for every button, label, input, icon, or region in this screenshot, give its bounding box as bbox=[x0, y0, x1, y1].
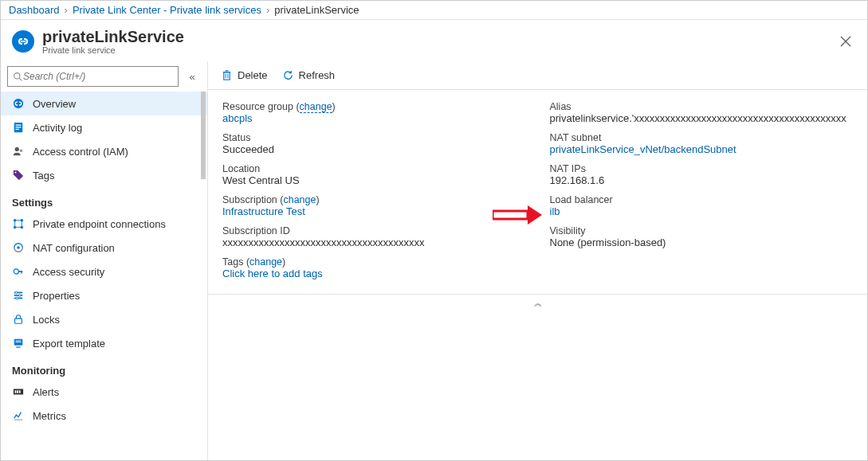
sidebar-item-overview[interactable]: Overview bbox=[1, 92, 207, 115]
sidebar-item-label: Access control (IAM) bbox=[33, 146, 128, 158]
breadcrumb: Dashboard › Private Link Center - Privat… bbox=[1, 1, 867, 20]
close-icon bbox=[840, 36, 851, 47]
properties-icon bbox=[12, 289, 25, 302]
sidebar-section-monitoring: Monitoring bbox=[1, 355, 207, 380]
resource-group-change-link[interactable]: change bbox=[300, 101, 332, 113]
svg-point-7 bbox=[15, 147, 19, 151]
sidebar-item-tags[interactable]: Tags bbox=[1, 163, 207, 187]
tags-change-link[interactable]: change bbox=[249, 256, 282, 268]
annotation-arrow-icon bbox=[493, 205, 542, 225]
breadcrumb-current: privateLinkService bbox=[274, 4, 359, 16]
svg-point-15 bbox=[14, 269, 18, 274]
refresh-button[interactable]: Refresh bbox=[282, 69, 336, 81]
metrics-icon bbox=[12, 409, 25, 422]
collapse-panel-button[interactable]: ︽ bbox=[208, 294, 867, 312]
svg-point-9 bbox=[14, 171, 16, 173]
lock-icon bbox=[12, 313, 25, 326]
svg-point-22 bbox=[18, 295, 21, 297]
security-icon bbox=[12, 265, 25, 278]
svg-rect-4 bbox=[16, 125, 22, 126]
status-label: Status bbox=[222, 132, 526, 143]
svg-rect-31 bbox=[17, 390, 18, 393]
svg-point-0 bbox=[14, 72, 20, 78]
sidebar-item-label: Properties bbox=[33, 290, 80, 302]
svg-rect-24 bbox=[15, 318, 22, 323]
sidebar-item-properties[interactable]: Properties bbox=[1, 283, 207, 307]
nat-ips-label: NAT IPs bbox=[550, 163, 854, 174]
sidebar-item-label: Tags bbox=[33, 170, 54, 182]
svg-rect-33 bbox=[224, 72, 230, 80]
toolbar: Delete Refresh bbox=[208, 61, 867, 90]
sidebar-item-alerts[interactable]: Alerts bbox=[1, 380, 207, 404]
search-input[interactable] bbox=[23, 71, 173, 82]
subscription-value[interactable]: Infrastructure Test bbox=[222, 205, 305, 217]
sidebar-item-label: Locks bbox=[33, 314, 60, 326]
location-value: West Central US bbox=[222, 174, 526, 186]
refresh-label: Refresh bbox=[299, 69, 336, 81]
delete-icon bbox=[221, 69, 233, 81]
svg-point-8 bbox=[20, 149, 23, 152]
svg-point-14 bbox=[17, 246, 20, 249]
alerts-icon bbox=[12, 385, 25, 398]
resource-header: privateLinkService Private link service bbox=[1, 20, 867, 61]
refresh-icon bbox=[282, 69, 294, 81]
breadcrumb-center[interactable]: Private Link Center - Private link servi… bbox=[73, 4, 261, 16]
nat-icon bbox=[12, 241, 25, 254]
status-value: Succeeded bbox=[222, 143, 526, 155]
svg-rect-17 bbox=[22, 271, 22, 274]
sidebar-item-export-template[interactable]: Export template bbox=[1, 331, 207, 355]
visibility-value: None (permission-based) bbox=[550, 236, 854, 248]
sidebar-item-label: Alerts bbox=[33, 386, 59, 398]
alias-label: Alias bbox=[550, 101, 854, 112]
sidebar-item-label: Private endpoint connections bbox=[33, 218, 166, 230]
endpoints-icon bbox=[12, 217, 25, 230]
chevron-double-left-icon: « bbox=[189, 71, 194, 83]
activity-log-icon bbox=[12, 121, 25, 134]
privatelink-icon bbox=[12, 30, 34, 53]
resource-group-value[interactable]: abcpls bbox=[222, 112, 253, 124]
sidebar-item-label: Overview bbox=[33, 98, 76, 110]
search-box[interactable] bbox=[7, 66, 179, 87]
sidebar-item-locks[interactable]: Locks bbox=[1, 307, 207, 331]
sidebar: « Overview Activity log Access control (… bbox=[1, 61, 208, 461]
sidebar-item-label: Export template bbox=[33, 338, 105, 350]
sidebar-item-metrics[interactable]: Metrics bbox=[1, 404, 207, 428]
sidebar-menu: Overview Activity log Access control (IA… bbox=[1, 92, 207, 428]
sidebar-item-access-security[interactable]: Access security bbox=[1, 260, 207, 283]
svg-rect-5 bbox=[16, 127, 22, 127]
breadcrumb-dashboard[interactable]: Dashboard bbox=[9, 4, 60, 16]
sidebar-item-iam[interactable]: Access control (IAM) bbox=[1, 139, 207, 163]
sidebar-section-settings: Settings bbox=[1, 187, 207, 212]
delete-label: Delete bbox=[238, 69, 268, 81]
search-icon bbox=[13, 72, 23, 82]
delete-button[interactable]: Delete bbox=[221, 69, 268, 81]
location-label: Location bbox=[222, 163, 526, 174]
collapse-sidebar-button[interactable]: « bbox=[183, 68, 201, 85]
close-button[interactable] bbox=[834, 33, 858, 50]
tags-icon bbox=[12, 169, 25, 182]
sidebar-item-nat-config[interactable]: NAT configuration bbox=[1, 236, 207, 260]
subscription-id-label: Subscription ID bbox=[222, 225, 526, 236]
page-title: privateLinkService bbox=[42, 28, 184, 45]
sidebar-item-private-endpoints[interactable]: Private endpoint connections bbox=[1, 212, 207, 236]
nat-ips-value: 192.168.1.6 bbox=[550, 174, 854, 186]
scroll-indicator bbox=[201, 92, 206, 179]
visibility-label: Visibility bbox=[550, 225, 854, 236]
sidebar-item-label: NAT configuration bbox=[33, 242, 115, 254]
subscription-id-value: xxxxxxxxxxxxxxxxxxxxxxxxxxxxxxxxxxxxxxx bbox=[222, 236, 526, 248]
svg-line-1 bbox=[19, 78, 22, 80]
load-balancer-value[interactable]: ilb bbox=[550, 205, 560, 217]
export-icon bbox=[12, 337, 25, 350]
subscription-change-link[interactable]: change bbox=[283, 194, 316, 205]
sidebar-item-label: Activity log bbox=[33, 122, 82, 134]
chevron-up-icon: ︽ bbox=[534, 299, 542, 307]
svg-rect-6 bbox=[16, 129, 19, 130]
main-content: Delete Refresh Resource group (change) a… bbox=[208, 61, 867, 461]
svg-rect-34 bbox=[493, 211, 528, 219]
sidebar-item-label: Access security bbox=[33, 266, 104, 278]
svg-rect-27 bbox=[16, 341, 22, 342]
svg-rect-32 bbox=[19, 390, 21, 393]
nat-subnet-value[interactable]: privateLinkService_vNet/backendSubnet bbox=[550, 143, 736, 155]
sidebar-item-activity-log[interactable]: Activity log bbox=[1, 115, 207, 139]
tags-add-link[interactable]: Click here to add tags bbox=[222, 268, 323, 279]
